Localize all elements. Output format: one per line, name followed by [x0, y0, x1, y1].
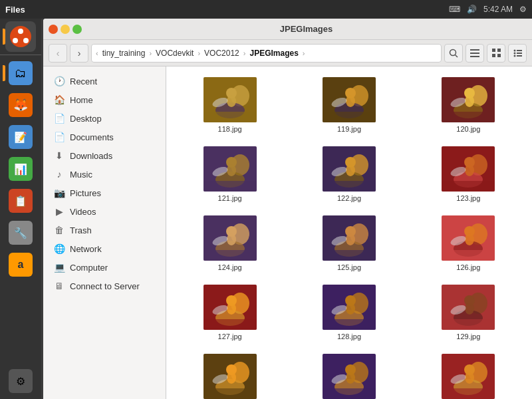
file-item[interactable]: 129.jpg — [410, 279, 527, 346]
svg-rect-9 — [492, 49, 495, 52]
taskbar-icon-impress[interactable]: 📋 — [5, 186, 36, 216]
documents-icon: 📄 — [54, 132, 65, 142]
svg-line-5 — [456, 55, 458, 57]
taskbar-icon-settings[interactable]: ⚙ — [5, 366, 36, 396]
sidebar-item-trash[interactable]: 🗑 Trash — [43, 221, 166, 239]
file-item[interactable]: 122.jpg — [291, 141, 407, 207]
svg-rect-101 — [442, 319, 495, 330]
file-item[interactable]: 119.jpg — [291, 72, 407, 138]
file-name: 119.jpg — [337, 125, 361, 133]
breadcrumb-voc2012[interactable]: VOC2012 — [201, 47, 242, 59]
taskbar-icon-files[interactable] — [5, 21, 36, 52]
breadcrumb-right-arrow[interactable]: › — [303, 49, 305, 57]
system-bar-title: Files — [5, 5, 25, 15]
search-icon — [449, 49, 458, 58]
file-item[interactable]: 132.jpg — [410, 348, 527, 399]
file-name: 129.jpg — [456, 332, 480, 340]
svg-rect-108 — [203, 388, 257, 399]
system-bar-settings-icon: ⚙ — [519, 5, 527, 14]
file-item[interactable]: 126.jpg — [410, 210, 527, 277]
file-thumbnail — [203, 146, 257, 192]
file-manager-window: JPEGImages ‹ › ‹ tiny_training › VOCdevk… — [43, 19, 532, 399]
sidebar-item-network[interactable]: 🌐 Network — [43, 239, 166, 258]
window-maximize-button[interactable] — [72, 25, 82, 34]
svg-point-93 — [346, 303, 355, 315]
file-item[interactable]: 130.jpg — [172, 348, 288, 399]
file-thumbnail — [442, 354, 495, 399]
svg-point-100 — [465, 303, 474, 315]
file-item[interactable]: 118.jpg — [172, 72, 288, 138]
sidebar-label-network: Network — [70, 244, 102, 254]
sidebar-item-documents[interactable]: 📄 Documents — [43, 128, 166, 146]
connect-icon: 🖥 — [54, 281, 65, 291]
svg-rect-73 — [323, 250, 376, 261]
file-thumbnail — [323, 77, 376, 122]
taskbar-icon-tools[interactable]: 🔧 — [5, 217, 36, 248]
forward-button[interactable]: › — [70, 44, 88, 63]
sidebar-item-music[interactable]: ♪ Music — [43, 165, 166, 184]
sidebar-label-trash: Trash — [70, 225, 92, 235]
svg-point-30 — [346, 95, 355, 107]
taskbar-icon-writer[interactable]: 📝 — [5, 122, 36, 152]
file-name: 127.jpg — [218, 332, 242, 340]
sidebar-item-pictures[interactable]: 📷 Pictures — [43, 184, 166, 202]
svg-point-72 — [346, 233, 355, 245]
breadcrumb-bar: ‹ tiny_training › VOCdevkit › VOC2012 › … — [91, 44, 442, 63]
breadcrumb-left-arrow[interactable]: ‹ — [96, 49, 98, 57]
grid-view-button[interactable] — [487, 44, 505, 63]
sidebar-label-videos: Videos — [70, 207, 96, 217]
file-item[interactable]: 121.jpg — [172, 141, 288, 207]
back-button[interactable]: ‹ — [49, 44, 67, 63]
sidebar-label-home: Home — [70, 95, 93, 105]
file-item[interactable]: 131.jpg — [291, 348, 407, 399]
file-item[interactable]: 128.jpg — [291, 279, 407, 346]
search-button[interactable] — [444, 44, 463, 63]
sidebar-item-recent[interactable]: 🕐 Recent — [43, 72, 166, 90]
svg-point-3 — [23, 38, 29, 43]
svg-point-2 — [13, 38, 18, 43]
sidebar-item-downloads[interactable]: ⬇ Downloads — [43, 146, 166, 165]
breadcrumb-jpegimages[interactable]: JPEGImages — [247, 47, 301, 59]
taskbar: 🗂 🦊 📝 📊 📋 🔧 a ⚙ — [0, 19, 41, 399]
svg-point-65 — [227, 233, 236, 245]
list-view-button[interactable] — [466, 44, 484, 63]
file-item[interactable]: 123.jpg — [410, 141, 527, 207]
breadcrumb-tiny-training[interactable]: tiny_training — [100, 47, 148, 59]
file-name: 121.jpg — [218, 194, 242, 202]
taskbar-icon-firefox[interactable]: 🦊 — [5, 90, 36, 120]
music-icon: ♪ — [54, 169, 65, 180]
svg-point-23 — [227, 95, 236, 107]
file-item[interactable]: 124.jpg — [172, 210, 288, 277]
file-grid: 118.jpg 119.jpg — [166, 66, 532, 399]
sidebar-item-home[interactable]: 🏠 Home — [43, 90, 166, 109]
computer-icon: 💻 — [54, 262, 65, 273]
svg-point-13 — [513, 49, 515, 51]
sidebar: 🕐 Recent 🏠 Home 📄 Desktop 📄 Documents ⬇ … — [43, 66, 166, 399]
file-item[interactable]: 120.jpg — [410, 72, 527, 138]
taskbar-icon-calc[interactable]: 📊 — [5, 154, 36, 184]
sidebar-item-computer[interactable]: 💻 Computer — [43, 258, 166, 277]
taskbar-icon-filemanager[interactable]: 🗂 — [5, 58, 36, 88]
file-name: 125.jpg — [337, 263, 361, 271]
window-minimize-button[interactable] — [61, 25, 70, 34]
file-thumbnail — [442, 215, 495, 261]
file-thumbnail — [203, 285, 257, 330]
breadcrumb-sep-1: › — [149, 49, 152, 57]
svg-rect-17 — [517, 53, 522, 54]
sidebar-label-pictures: Pictures — [70, 188, 101, 198]
window-close-button[interactable] — [49, 25, 58, 34]
sidebar-item-desktop[interactable]: 📄 Desktop — [43, 109, 166, 128]
menu-button[interactable] — [508, 44, 527, 63]
file-item[interactable]: 125.jpg — [291, 210, 407, 277]
desktop-icon: 📄 — [54, 113, 65, 124]
taskbar-icon-amazon[interactable]: a — [5, 249, 36, 280]
menu-icon — [513, 49, 522, 57]
file-item[interactable]: 127.jpg — [172, 279, 288, 346]
file-thumbnail — [203, 354, 257, 399]
breadcrumb-vocdevkit[interactable]: VOCdevkit — [153, 47, 196, 59]
svg-rect-6 — [470, 49, 479, 51]
svg-point-15 — [513, 55, 515, 57]
grid-view-icon — [492, 49, 501, 57]
sidebar-item-connect-to-server[interactable]: 🖥 Connect to Server — [43, 277, 166, 295]
sidebar-item-videos[interactable]: ▶ Videos — [43, 202, 166, 221]
